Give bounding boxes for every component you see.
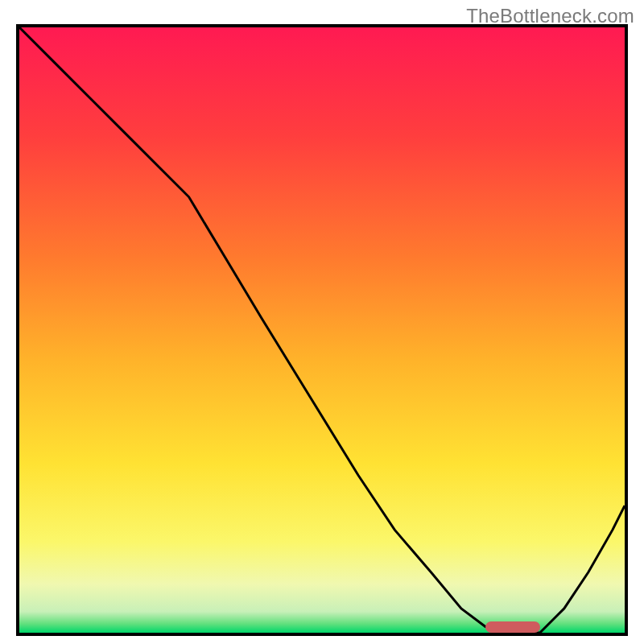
bottleneck-curve (19, 27, 625, 633)
optimal-marker (485, 621, 540, 633)
plot-area (16, 24, 628, 636)
